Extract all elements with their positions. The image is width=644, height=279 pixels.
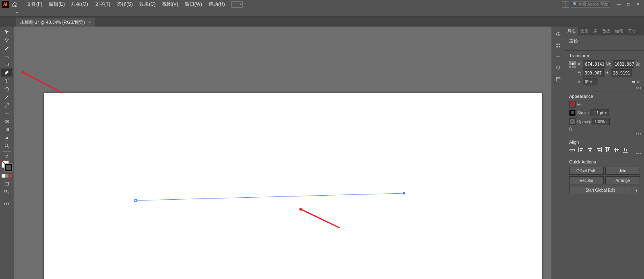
svg-rect-20 (580, 148, 583, 149)
menu-file[interactable]: 文件(F) (23, 0, 45, 8)
selection-type: 路径 (569, 38, 640, 44)
global-edit-options[interactable]: ▾ (633, 186, 640, 194)
align-vcenter-icon[interactable] (613, 147, 620, 153)
search-adobe-stock[interactable]: 🔍 搜索 Adobe 帮助 (571, 1, 610, 8)
fill-swatch[interactable] (569, 101, 576, 107)
reference-point[interactable] (569, 61, 576, 68)
opacity-field[interactable]: 100%› (592, 118, 610, 125)
dock-swatches-icon[interactable] (555, 42, 562, 49)
swap-fill-stroke[interactable] (1, 153, 12, 159)
svg-rect-7 (7, 192, 9, 194)
fill-stroke-swatch[interactable] (2, 161, 12, 171)
rotate-tool[interactable] (1, 85, 12, 93)
y-field[interactable]: 399.967 (583, 69, 604, 76)
panel-tab-brushes[interactable]: 画笔 (613, 27, 625, 35)
recolor-button[interactable]: Recolor (569, 176, 604, 184)
panel-tab-properties[interactable]: 属性 (565, 27, 578, 35)
panel-tab-swatches[interactable]: 色板 (600, 27, 613, 35)
panel-tab-symbols[interactable]: 符号 (625, 27, 638, 35)
layout-switcher[interactable]: ▭▾ (231, 1, 243, 8)
direct-selection-tool[interactable] (1, 36, 12, 44)
eyedropper-tool[interactable] (1, 93, 12, 101)
minimize-button[interactable]: — (614, 2, 623, 7)
appearance-more[interactable]: ••• (636, 132, 642, 136)
edit-toolbar[interactable]: ••• (1, 200, 12, 208)
home-icon[interactable] (11, 1, 19, 8)
join-button[interactable]: Join (605, 167, 640, 175)
align-top-icon[interactable] (605, 147, 611, 153)
align-more[interactable]: ••• (636, 151, 642, 156)
dock-color-icon[interactable] (555, 31, 562, 38)
w-field[interactable]: 1032.987 (613, 60, 634, 68)
zoom-tool[interactable] (1, 142, 12, 150)
align-hcenter-icon[interactable] (587, 147, 593, 153)
link-wh-icon[interactable]: ⛓ (636, 62, 640, 66)
align-left-icon[interactable] (578, 147, 584, 153)
h-field[interactable]: 28.9191 (611, 69, 632, 76)
dock-libraries-icon[interactable] (555, 76, 562, 83)
panel-tab-libraries[interactable]: 库 (591, 27, 600, 35)
document-tab-title: 未标题-1* @ 40.34% (RGB/预览) (20, 19, 85, 25)
change-screen[interactable] (1, 188, 12, 196)
quick-actions-title: Quick Actions (569, 159, 640, 164)
transform-more[interactable]: ••• (636, 86, 642, 90)
anchor-end[interactable] (403, 192, 405, 194)
workspace: T ••• (0, 27, 644, 279)
maximize-button[interactable]: □ (624, 2, 633, 7)
transform-title: Transform (569, 53, 640, 58)
svg-rect-15 (559, 43, 560, 45)
svg-rect-18 (556, 77, 560, 81)
svg-rect-17 (559, 46, 560, 48)
stroke-weight-field[interactable]: ⌃1 pt▾ (590, 109, 609, 116)
canvas[interactable] (14, 27, 551, 279)
svg-rect-35 (624, 148, 625, 151)
curvature-tool[interactable] (1, 52, 12, 60)
dock-layers-icon[interactable] (555, 64, 562, 72)
paintbrush-tool[interactable] (1, 68, 12, 76)
dock-stroke-icon[interactable] (555, 53, 562, 60)
align-right-icon[interactable] (596, 147, 602, 153)
document-tab[interactable]: 未标题-1* @ 40.34% (RGB/预览) × (16, 18, 95, 27)
offset-path-button[interactable]: Offset Path (569, 167, 604, 175)
screen-mode[interactable] (1, 180, 12, 188)
eraser-tool[interactable] (1, 134, 12, 142)
menu-type[interactable]: 文字(T) (91, 0, 114, 8)
h-label: H: (605, 71, 609, 75)
menu-select[interactable]: 选择(S) (114, 0, 136, 8)
flip-vertical-icon[interactable]: ⇵ (637, 80, 640, 84)
arrange-button[interactable]: Arrange (605, 176, 640, 184)
panel-tab-layers[interactable]: 图层 (578, 27, 591, 35)
path-line[interactable] (14, 27, 549, 279)
fx-button[interactable]: fx. (569, 127, 574, 131)
scale-tool[interactable] (1, 101, 12, 110)
menu-edit[interactable]: 编辑(E) (45, 0, 68, 8)
rectangle-tool[interactable] (1, 60, 12, 68)
opacity-swatch[interactable] (569, 118, 576, 125)
start-global-edit-button[interactable]: Start Global Edit (569, 186, 631, 194)
gradient-tool[interactable] (1, 126, 12, 134)
menu-view[interactable]: 视图(V) (159, 0, 182, 8)
selection-tool[interactable] (1, 28, 12, 36)
align-to-dropdown[interactable]: ▭▾ (569, 147, 576, 153)
svg-rect-27 (598, 150, 601, 151)
align-section: Align ▭▾ ••• (565, 137, 644, 157)
x-field[interactable]: 874.9141 (583, 60, 605, 68)
pen-tool[interactable] (1, 44, 12, 52)
menu-window[interactable]: 窗口(W) (182, 0, 205, 8)
anchor-start[interactable] (134, 199, 137, 202)
angle-field[interactable]: 0°▾ (583, 78, 598, 85)
draw-mode[interactable] (2, 174, 12, 178)
type-tool[interactable]: T (1, 77, 12, 85)
menu-help[interactable]: 帮助(H) (205, 0, 228, 8)
width-tool[interactable] (1, 110, 12, 118)
close-button[interactable]: ✕ (634, 2, 642, 7)
align-bottom-icon[interactable] (622, 147, 629, 153)
arrange-docs-icon[interactable] (562, 1, 569, 8)
shape-builder-tool[interactable] (1, 118, 12, 126)
flip-horizontal-icon[interactable]: ⇋ (632, 80, 635, 84)
menu-effect[interactable]: 效果(C) (136, 0, 159, 8)
stroke-swatch[interactable] (569, 110, 576, 116)
close-tab-icon[interactable]: × (88, 19, 91, 25)
stroke-color[interactable] (5, 164, 12, 171)
menu-object[interactable]: 对象(O) (68, 0, 91, 8)
